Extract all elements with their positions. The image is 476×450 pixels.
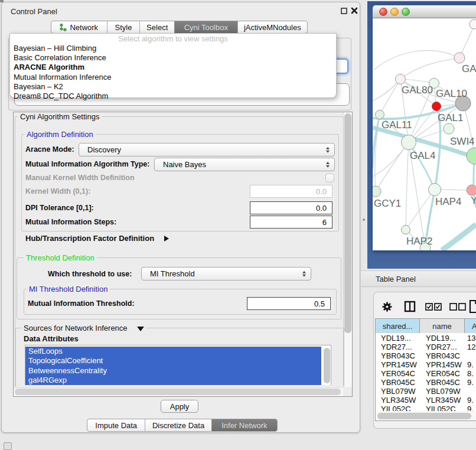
popup-item-aracne[interactable]: ARACNE Algorithm [10,63,336,72]
table-row[interactable]: YBL079WYBL079W [376,386,476,395]
table-row[interactable]: YDR27...YDR27...12 [376,342,476,351]
settings-hscrollbar-thumb[interactable] [15,389,341,395]
expand-right-icon[interactable] [164,236,169,242]
network-icon [60,24,67,31]
node-swi4[interactable] [444,123,454,134]
node-gal11[interactable] [376,110,384,119]
mi-type-combo[interactable]: Naive Bayes [154,158,335,171]
table-row[interactable]: YBR043CYBR043C [376,351,476,360]
deselect-all-checkbox-icon[interactable] [449,303,466,311]
table-row[interactable]: YBR045CYBR045C9. [376,377,476,386]
kernel-width-field[interactable]: 0.0 [250,185,332,198]
popup-item-dream8[interactable]: Dream8 DC_TDC Algorithm [10,92,336,101]
hub-factor-toggle[interactable]: Hub/Transcription Factor Definition [25,234,169,243]
column-header-name[interactable]: name [420,319,465,333]
data-attributes-list: SelfLoops TopologicalCoefficient Between… [25,345,331,385]
algorithm-definition-label: Algorithm Definition [24,131,96,138]
mi-threshold-definition-label: MI Threshold Definition [27,285,110,293]
popup-item-mutual-information[interactable]: Mutual Information Inference [10,73,336,82]
manual-kernel-checkbox[interactable] [325,174,334,182]
table-row[interactable]: YPR145WYPR145W9. [376,360,476,369]
node-gal[interactable] [454,53,465,63]
node-salmon[interactable] [467,185,476,195]
tab-infer-network[interactable]: Infer Network [211,419,277,431]
list-item-betweennesscentrality[interactable]: BetweennessCentrality [25,366,321,376]
mi-threshold-label: Mutual Information Threshold: [28,299,135,308]
list-item-gal4rgexp[interactable]: gal4RGexp [25,376,321,385]
column-header-shared-name[interactable]: shared... [376,319,420,333]
mi-threshold-field[interactable]: 0.5 [247,297,331,310]
mi-type-label: Mutual Information Algorithm Type: [25,160,149,168]
list-vscrollbar-thumb[interactable] [324,348,330,383]
tab-network[interactable]: Network [51,21,107,33]
table-rows: YDL19...YDL19...13 YDR27...YDR27...12 YB… [376,333,476,413]
svg-text:HAP4: HAP4 [435,196,461,207]
cytoscape-screen: Control Panel Network Style Select Cyni … [0,0,476,450]
close-panel-icon[interactable] [350,6,358,15]
network-window-titlebar[interactable] [373,5,476,18]
list-item-selfloops[interactable]: SelfLoops [25,347,321,356]
node-gal80[interactable] [396,74,406,84]
list-item-topologicalcoefficient[interactable]: TopologicalCoefficient [25,356,321,366]
node-gal1[interactable] [432,102,441,111]
table-row[interactable]: YDL19...YDL19...13 [376,333,476,342]
sources-label[interactable]: Sources for Network Inference [21,324,146,332]
close-traffic-light[interactable] [379,8,387,16]
gear-icon[interactable] [382,301,393,312]
scrollbar-corner [343,387,352,396]
which-threshold-combo[interactable]: MI Threshold [141,267,311,281]
tab-select[interactable]: Select [139,21,174,33]
popup-placeholder: Select algorithm to view settings [10,34,336,44]
collapse-down-icon[interactable] [137,327,144,331]
node-unnamed-top[interactable] [470,19,476,29]
cut-window-icon [4,442,12,450]
tab-jactivemnodules[interactable]: jActiveMNodules [237,21,307,33]
network-node-labels: GAL GAL80 GAL10 GAL1 GAL11 SWI4 GAL4 GCY… [374,63,476,247]
document-icon[interactable] [469,299,476,314]
aracne-mode-combo[interactable]: Discovery [79,143,335,156]
tab-style[interactable]: Style [107,21,140,33]
popup-item-bayesian-k2[interactable]: Bayesian – K2 [10,82,336,92]
select-all-checkbox-icon[interactable] [425,303,442,311]
apply-button[interactable]: Apply [161,400,198,413]
tab-discretize-data[interactable]: Discretize Data [145,419,211,431]
popup-item-bayesian-hill-climbing[interactable]: Bayesian – Hill Climbing [10,44,336,53]
mi-steps-field[interactable]: 6 [250,216,332,229]
svg-text:GAL10: GAL10 [436,88,467,99]
table-panel-title: Table Panel [376,275,416,283]
svg-text:SWI4: SWI4 [450,136,475,147]
table-row[interactable]: YLR345WYLR345W9. [376,395,476,404]
zoom-traffic-light[interactable] [402,8,410,16]
node-hap2[interactable] [402,226,410,234]
node-hap4[interactable] [429,184,441,196]
tab-cyni-toolbox[interactable]: Cyni Toolbox [174,21,237,33]
dpi-tolerance-field[interactable]: 0.0 [250,201,332,214]
network-canvas[interactable]: GAL GAL80 GAL10 GAL1 GAL11 SWI4 GAL4 GCY… [373,18,476,250]
table-browser-window: shared... name A YDL19...YDL19...13 YDR2… [373,292,476,429]
combo-arrows-icon [326,146,330,153]
tab-impute-data[interactable]: Impute Data [87,419,145,431]
popup-item-basic-correlation[interactable]: Basic Correlation Inference [10,53,336,63]
threshold-definition-label: Threshold Definition [24,254,97,262]
settings-vscrollbar-thumb[interactable] [344,113,351,333]
node-gcy1[interactable] [373,186,381,197]
tab-network-label: Network [70,23,98,32]
column-header-cut[interactable]: A [465,319,476,333]
svg-text:GAL80: GAL80 [402,84,433,96]
node-green-large[interactable] [467,148,476,164]
combo-arrows-icon [326,161,330,168]
cyni-algorithm-settings-label: Cyni Algorithm Settings [18,113,102,120]
svg-text:HAP2: HAP2 [406,236,432,247]
combo-arrows-icon [302,270,306,277]
table-hscrollbar-thumb[interactable] [377,413,471,419]
panel-splitter-handle[interactable] [363,219,365,221]
control-panel-title: Control Panel [11,7,57,16]
node-gal4[interactable] [402,135,416,150]
split-columns-icon[interactable] [404,301,416,312]
table-row[interactable]: YER054CYER054C8. [376,369,476,377]
minimize-traffic-light[interactable] [390,8,399,16]
svg-text:Y: Y [471,195,476,206]
cyni-bottom-tabbar: Impute Data Discretize Data Infer Networ… [87,419,278,432]
float-window-icon[interactable] [340,7,348,15]
network-graph: GAL GAL80 GAL10 GAL1 GAL11 SWI4 GAL4 GCY… [373,18,476,250]
